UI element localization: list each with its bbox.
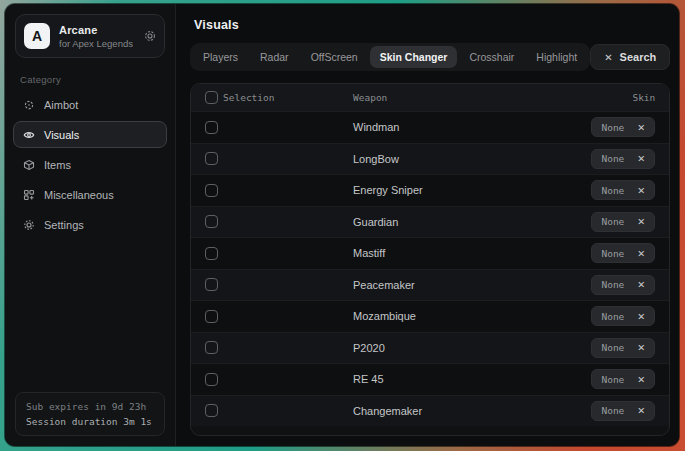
sidebar-item-label: Items xyxy=(44,159,71,171)
selection-column-header: Selection xyxy=(223,92,353,103)
weapon-name: LongBow xyxy=(353,153,591,165)
clear-skin-icon[interactable]: ✕ xyxy=(637,248,645,259)
weapon-name: Peacemaker xyxy=(353,279,591,291)
select-all-checkbox[interactable] xyxy=(205,91,218,104)
gear-icon xyxy=(23,219,35,231)
sidebar-item-items[interactable]: Items xyxy=(13,151,167,178)
box-icon xyxy=(23,159,35,171)
skin-table: Selection Weapon Skin WindmanNone✕LongBo… xyxy=(190,83,670,436)
skin-value: None xyxy=(601,374,624,385)
sidebar-item-settings[interactable]: Settings xyxy=(13,211,167,238)
clear-skin-icon[interactable]: ✕ xyxy=(637,405,645,416)
table-row: RE 45None✕ xyxy=(191,363,669,395)
skin-select[interactable]: None✕ xyxy=(591,180,655,200)
skin-value: None xyxy=(601,216,624,227)
skin-value: None xyxy=(601,279,624,290)
tab-offscreen[interactable]: OffScreen xyxy=(301,46,368,68)
skin-select[interactable]: None✕ xyxy=(591,212,655,232)
skin-value: None xyxy=(601,122,624,133)
skin-select[interactable]: None✕ xyxy=(591,306,655,326)
skin-value: None xyxy=(601,248,624,259)
sidebar-item-label: Settings xyxy=(44,219,84,231)
sidebar-item-label: Aimbot xyxy=(44,99,78,111)
clear-skin-icon[interactable]: ✕ xyxy=(637,216,645,227)
skin-select[interactable]: None✕ xyxy=(591,243,655,263)
gear-icon[interactable] xyxy=(144,30,156,42)
row-checkbox[interactable] xyxy=(205,152,218,165)
weapon-name: Guardian xyxy=(353,216,591,228)
weapon-name: Windman xyxy=(353,121,591,133)
skin-value: None xyxy=(601,185,624,196)
sidebar-nav: AimbotVisualsItemsMiscellaneousSettings xyxy=(5,91,175,238)
clear-skin-icon[interactable]: ✕ xyxy=(637,374,645,385)
skin-select[interactable]: None✕ xyxy=(591,338,655,358)
app-logo: A xyxy=(24,23,50,49)
sidebar-item-label: Miscellaneous xyxy=(44,189,114,201)
row-checkbox[interactable] xyxy=(205,373,218,386)
crosshair-icon xyxy=(23,99,35,111)
app-header-card: A Arcane for Apex Legends xyxy=(15,14,165,58)
search-close-icon: ✕ xyxy=(604,52,612,63)
table-row: WindmanNone✕ xyxy=(191,111,669,143)
skin-select[interactable]: None✕ xyxy=(591,401,655,421)
row-checkbox[interactable] xyxy=(205,310,218,323)
page-title: Visuals xyxy=(194,18,670,32)
tab-players[interactable]: Players xyxy=(193,46,248,68)
skin-value: None xyxy=(601,311,624,322)
row-checkbox[interactable] xyxy=(205,278,218,291)
clear-skin-icon[interactable]: ✕ xyxy=(637,185,645,196)
table-row: ChangemakerNone✕ xyxy=(191,395,669,427)
table-row: MozambiqueNone✕ xyxy=(191,300,669,332)
row-checkbox[interactable] xyxy=(205,215,218,228)
clear-skin-icon[interactable]: ✕ xyxy=(637,311,645,322)
skin-select[interactable]: None✕ xyxy=(591,149,655,169)
skin-value: None xyxy=(601,153,624,164)
row-checkbox[interactable] xyxy=(205,184,218,197)
row-checkbox[interactable] xyxy=(205,121,218,134)
category-label: Category xyxy=(20,74,175,85)
row-checkbox[interactable] xyxy=(205,247,218,260)
sidebar-item-visuals[interactable]: Visuals xyxy=(13,121,167,148)
table-body: WindmanNone✕LongBowNone✕Energy SniperNon… xyxy=(191,111,669,426)
table-header-row: Selection Weapon Skin xyxy=(191,84,669,111)
weapon-name: Energy Sniper xyxy=(353,184,591,196)
weapon-name: Mozambique xyxy=(353,310,591,322)
table-row: PeacemakerNone✕ xyxy=(191,269,669,301)
tab-crosshair[interactable]: Crosshair xyxy=(459,46,524,68)
weapon-name: Mastiff xyxy=(353,247,591,259)
sidebar-item-miscellaneous[interactable]: Miscellaneous xyxy=(13,181,167,208)
table-row: MastiffNone✕ xyxy=(191,237,669,269)
skin-select[interactable]: None✕ xyxy=(591,275,655,295)
skin-select[interactable]: None✕ xyxy=(591,369,655,389)
sidebar-item-label: Visuals xyxy=(44,129,79,141)
clear-skin-icon[interactable]: ✕ xyxy=(637,279,645,290)
app-subtitle: for Apex Legends xyxy=(59,38,135,49)
tab-group: PlayersRadarOffScreenSkin ChangerCrossha… xyxy=(190,43,590,71)
table-row: Energy SniperNone✕ xyxy=(191,174,669,206)
skin-value: None xyxy=(601,342,624,353)
skin-column-header: Skin xyxy=(632,92,655,103)
row-checkbox[interactable] xyxy=(205,404,218,417)
clear-skin-icon[interactable]: ✕ xyxy=(637,153,645,164)
clear-skin-icon[interactable]: ✕ xyxy=(637,342,645,353)
table-row: GuardianNone✕ xyxy=(191,206,669,238)
weapon-column-header: Weapon xyxy=(353,92,632,103)
sidebar-item-aimbot[interactable]: Aimbot xyxy=(13,91,167,118)
search-button[interactable]: ✕ Search xyxy=(590,44,670,70)
tab-highlight[interactable]: Highlight xyxy=(526,46,587,68)
weapon-name: P2020 xyxy=(353,342,591,354)
tab-skin-changer[interactable]: Skin Changer xyxy=(370,46,458,68)
clear-skin-icon[interactable]: ✕ xyxy=(637,122,645,133)
table-row: P2020None✕ xyxy=(191,332,669,364)
weapon-name: Changemaker xyxy=(353,405,591,417)
skin-select[interactable]: None✕ xyxy=(591,117,655,137)
sub-expiry-text: Sub expires in 9d 23h xyxy=(26,401,154,412)
session-duration-text: Session duration 3m 1s xyxy=(26,416,154,427)
main-panel: Visuals PlayersRadarOffScreenSkin Change… xyxy=(176,4,679,446)
grid-icon xyxy=(23,189,35,201)
row-checkbox[interactable] xyxy=(205,341,218,354)
tab-radar[interactable]: Radar xyxy=(250,46,299,68)
search-button-label: Search xyxy=(620,51,657,63)
sidebar: A Arcane for Apex Legends Category Aimbo… xyxy=(5,4,176,446)
subscription-card: Sub expires in 9d 23h Session duration 3… xyxy=(15,392,165,436)
